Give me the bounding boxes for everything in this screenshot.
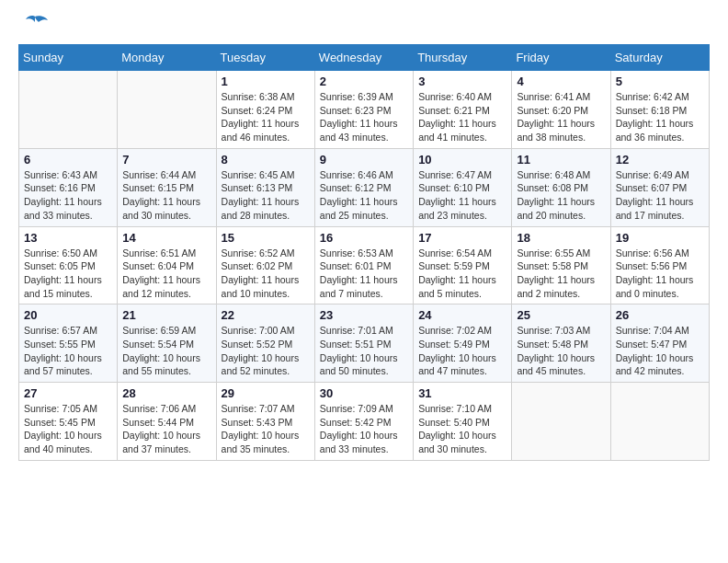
calendar-week-row: 13Sunrise: 6:50 AM Sunset: 6:05 PM Dayli… [19,226,710,304]
day-number: 23 [320,308,408,322]
day-info: Sunrise: 6:57 AM Sunset: 5:55 PM Dayligh… [24,324,112,378]
day-number: 16 [320,231,408,245]
day-info: Sunrise: 6:48 AM Sunset: 6:08 PM Dayligh… [517,168,605,223]
day-info: Sunrise: 6:59 AM Sunset: 5:54 PM Dayligh… [122,324,210,378]
day-info: Sunrise: 7:04 AM Sunset: 5:47 PM Dayligh… [616,324,704,378]
calendar-cell: 25Sunrise: 7:03 AM Sunset: 5:48 PM Dayli… [512,304,610,383]
day-info: Sunrise: 6:51 AM Sunset: 6:04 PM Dayligh… [122,247,210,301]
day-info: Sunrise: 7:05 AM Sunset: 5:45 PM Dayligh… [24,402,112,456]
day-info: Sunrise: 7:03 AM Sunset: 5:48 PM Dayligh… [517,324,605,378]
day-number: 9 [320,153,408,167]
calendar-cell: 13Sunrise: 6:50 AM Sunset: 6:05 PM Dayli… [19,226,118,304]
calendar-cell: 29Sunrise: 7:07 AM Sunset: 5:43 PM Dayli… [216,383,314,461]
day-number: 13 [24,231,112,245]
calendar-cell: 22Sunrise: 7:00 AM Sunset: 5:52 PM Dayli… [216,304,314,383]
calendar-cell: 26Sunrise: 7:04 AM Sunset: 5:47 PM Dayli… [610,304,709,383]
calendar-cell: 4Sunrise: 6:41 AM Sunset: 6:20 PM Daylig… [512,71,610,149]
weekday-header: Monday [118,45,216,71]
calendar-cell: 27Sunrise: 7:05 AM Sunset: 5:45 PM Dayli… [19,383,118,461]
calendar-cell: 14Sunrise: 6:51 AM Sunset: 6:04 PM Dayli… [118,226,216,304]
day-info: Sunrise: 6:39 AM Sunset: 6:23 PM Dayligh… [320,90,408,144]
day-info: Sunrise: 6:53 AM Sunset: 6:01 PM Dayligh… [320,247,408,301]
calendar-week-row: 6Sunrise: 6:43 AM Sunset: 6:16 PM Daylig… [19,148,710,226]
day-number: 15 [222,231,310,245]
calendar-cell: 23Sunrise: 7:01 AM Sunset: 5:51 PM Dayli… [314,304,413,383]
day-number: 20 [24,308,112,322]
calendar-week-row: 27Sunrise: 7:05 AM Sunset: 5:45 PM Dayli… [19,383,710,461]
logo [18,18,50,35]
weekday-header: Thursday [414,45,512,71]
calendar-cell [610,383,709,461]
calendar-cell: 15Sunrise: 6:52 AM Sunset: 6:02 PM Dayli… [216,226,314,304]
day-info: Sunrise: 7:00 AM Sunset: 5:52 PM Dayligh… [222,324,310,378]
day-number: 1 [222,75,310,88]
calendar-cell: 16Sunrise: 6:53 AM Sunset: 6:01 PM Dayli… [314,226,413,304]
day-info: Sunrise: 7:01 AM Sunset: 5:51 PM Dayligh… [320,324,408,378]
calendar-week-row: 20Sunrise: 6:57 AM Sunset: 5:55 PM Dayli… [19,304,710,383]
day-number: 7 [122,153,210,167]
day-info: Sunrise: 6:49 AM Sunset: 6:07 PM Dayligh… [616,168,704,223]
calendar-cell: 17Sunrise: 6:54 AM Sunset: 5:59 PM Dayli… [414,226,512,304]
calendar-cell: 5Sunrise: 6:42 AM Sunset: 6:18 PM Daylig… [610,71,709,149]
calendar-cell: 19Sunrise: 6:56 AM Sunset: 5:56 PM Dayli… [610,226,709,304]
day-info: Sunrise: 7:10 AM Sunset: 5:40 PM Dayligh… [418,402,506,456]
day-number: 18 [517,231,605,245]
calendar-cell: 6Sunrise: 6:43 AM Sunset: 6:16 PM Daylig… [19,148,118,226]
weekday-header: Wednesday [314,45,413,71]
calendar-header-row: SundayMondayTuesdayWednesdayThursdayFrid… [19,45,710,71]
day-number: 12 [616,153,704,167]
day-number: 11 [517,153,605,167]
calendar-cell: 30Sunrise: 7:09 AM Sunset: 5:42 PM Dayli… [314,383,413,461]
day-number: 17 [418,231,506,245]
day-info: Sunrise: 6:44 AM Sunset: 6:15 PM Dayligh… [122,168,210,223]
calendar-cell: 24Sunrise: 7:02 AM Sunset: 5:49 PM Dayli… [414,304,512,383]
calendar-cell: 20Sunrise: 6:57 AM Sunset: 5:55 PM Dayli… [19,304,118,383]
calendar-week-row: 1Sunrise: 6:38 AM Sunset: 6:24 PM Daylig… [19,71,710,149]
calendar-cell: 9Sunrise: 6:46 AM Sunset: 6:12 PM Daylig… [314,148,413,226]
calendar-cell: 8Sunrise: 6:45 AM Sunset: 6:13 PM Daylig… [216,148,314,226]
day-number: 30 [320,386,408,400]
day-info: Sunrise: 6:50 AM Sunset: 6:05 PM Dayligh… [24,247,112,301]
day-number: 26 [616,308,704,322]
day-info: Sunrise: 7:09 AM Sunset: 5:42 PM Dayligh… [320,402,408,456]
calendar-cell: 28Sunrise: 7:06 AM Sunset: 5:44 PM Dayli… [118,383,216,461]
day-number: 3 [418,75,506,88]
day-number: 27 [24,386,112,400]
day-number: 24 [418,308,506,322]
day-info: Sunrise: 6:54 AM Sunset: 5:59 PM Dayligh… [418,247,506,301]
calendar-cell: 18Sunrise: 6:55 AM Sunset: 5:58 PM Dayli… [512,226,610,304]
day-info: Sunrise: 6:42 AM Sunset: 6:18 PM Dayligh… [616,90,704,144]
calendar-cell: 2Sunrise: 6:39 AM Sunset: 6:23 PM Daylig… [314,71,413,149]
day-info: Sunrise: 7:02 AM Sunset: 5:49 PM Dayligh… [418,324,506,378]
calendar-cell: 11Sunrise: 6:48 AM Sunset: 6:08 PM Dayli… [512,148,610,226]
calendar-cell [118,71,216,149]
calendar-cell: 7Sunrise: 6:44 AM Sunset: 6:15 PM Daylig… [118,148,216,226]
day-number: 19 [616,231,704,245]
calendar-cell: 1Sunrise: 6:38 AM Sunset: 6:24 PM Daylig… [216,71,314,149]
day-info: Sunrise: 6:45 AM Sunset: 6:13 PM Dayligh… [222,168,310,223]
calendar-cell: 12Sunrise: 6:49 AM Sunset: 6:07 PM Dayli… [610,148,709,226]
day-number: 22 [222,308,310,322]
weekday-header: Sunday [19,45,118,71]
calendar-cell: 10Sunrise: 6:47 AM Sunset: 6:10 PM Dayli… [414,148,512,226]
day-number: 8 [222,153,310,167]
day-info: Sunrise: 6:47 AM Sunset: 6:10 PM Dayligh… [418,168,506,223]
calendar-cell: 21Sunrise: 6:59 AM Sunset: 5:54 PM Dayli… [118,304,216,383]
day-number: 4 [517,75,605,88]
day-number: 2 [320,75,408,88]
day-info: Sunrise: 7:06 AM Sunset: 5:44 PM Dayligh… [122,402,210,456]
day-number: 28 [122,386,210,400]
calendar-cell: 31Sunrise: 7:10 AM Sunset: 5:40 PM Dayli… [414,383,512,461]
day-number: 14 [122,231,210,245]
day-info: Sunrise: 6:56 AM Sunset: 5:56 PM Dayligh… [616,247,704,301]
page-header [18,18,710,35]
day-info: Sunrise: 6:46 AM Sunset: 6:12 PM Dayligh… [320,168,408,223]
day-info: Sunrise: 6:38 AM Sunset: 6:24 PM Dayligh… [222,90,310,144]
day-number: 5 [616,75,704,88]
day-number: 29 [222,386,310,400]
day-number: 6 [24,153,112,167]
logo-bird-icon [20,13,50,35]
day-info: Sunrise: 6:55 AM Sunset: 5:58 PM Dayligh… [517,247,605,301]
day-info: Sunrise: 6:52 AM Sunset: 6:02 PM Dayligh… [222,247,310,301]
day-info: Sunrise: 6:40 AM Sunset: 6:21 PM Dayligh… [418,90,506,144]
